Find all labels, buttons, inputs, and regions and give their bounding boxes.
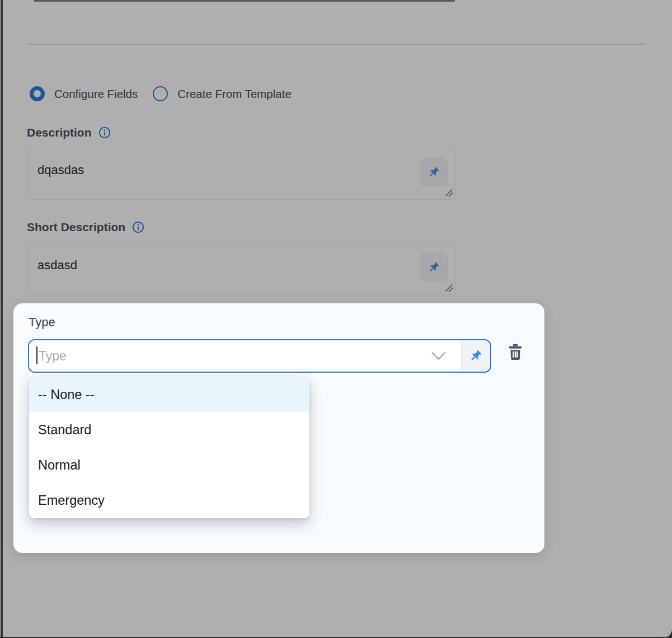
delete-field-button[interactable] <box>504 340 527 364</box>
dropdown-option-standard[interactable]: Standard <box>29 412 309 448</box>
dropdown-option-none[interactable]: -- None -- <box>29 377 309 412</box>
type-field-card: Type Type <box>13 303 544 553</box>
pin-button[interactable] <box>461 340 490 372</box>
trash-icon <box>506 341 525 363</box>
dropdown-option-emergency[interactable]: Emergency <box>29 483 309 518</box>
type-dropdown-list: -- None -- Standard Normal Emergency <box>29 377 309 518</box>
pin-icon <box>468 348 483 364</box>
type-combobox[interactable]: Type <box>28 339 491 373</box>
window-corner <box>663 629 672 638</box>
type-label: Type <box>29 315 55 330</box>
chevron-down-icon[interactable] <box>431 351 446 360</box>
text-caret <box>36 346 37 364</box>
app-window: Configure Fields Create From Template De… <box>0 0 672 638</box>
dropdown-option-normal[interactable]: Normal <box>29 448 309 483</box>
type-combobox-input[interactable]: Type <box>29 340 461 372</box>
window-left-edge <box>1 0 3 638</box>
type-placeholder: Type <box>39 349 67 364</box>
